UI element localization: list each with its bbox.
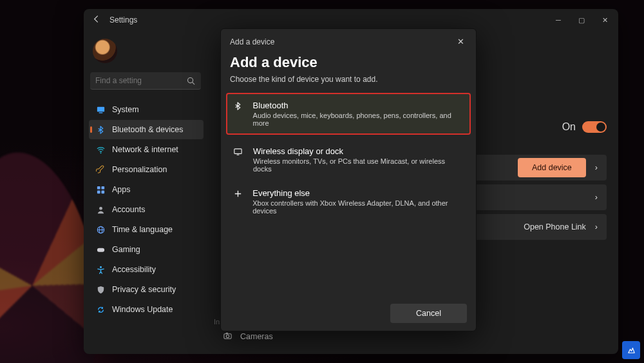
- option-title: Bluetooth: [253, 101, 464, 110]
- option-title: Everything else: [252, 188, 464, 198]
- add-device-dialog: Add a device ✕ Add a device Choose the k…: [220, 28, 477, 331]
- option-desc: Wireless monitors, TVs, or PCs that use …: [253, 157, 464, 173]
- dialog-title: Add a device: [221, 50, 476, 75]
- option-title: Wireless display or dock: [253, 146, 464, 156]
- plus-icon: [232, 188, 243, 199]
- bluetooth-icon: [232, 101, 244, 111]
- dialog-close-button[interactable]: ✕: [453, 35, 468, 48]
- dialog-header: Add a device ✕: [221, 29, 476, 50]
- recycle-bin-icon[interactable]: [622, 341, 640, 359]
- cancel-button[interactable]: Cancel: [390, 304, 467, 323]
- option-desc: Xbox controllers with Xbox Wireless Adap…: [252, 199, 464, 215]
- display-icon: [232, 146, 244, 157]
- device-option-wireless-display-or-dock[interactable]: Wireless display or dock Wireless monito…: [226, 139, 471, 181]
- dialog-breadcrumb: Add a device: [230, 37, 274, 46]
- dialog-options: Bluetooth Audio devices, mice, keyboards…: [221, 90, 476, 225]
- option-desc: Audio devices, mice, keyboards, phones, …: [253, 112, 464, 127]
- settings-window: Settings ─ ▢ ✕ System Bluetooth & device…: [84, 9, 618, 354]
- dialog-footer: Cancel: [221, 296, 476, 331]
- device-option-everything-else[interactable]: Everything else Xbox controllers with Xb…: [226, 181, 471, 222]
- dialog-subtitle: Choose the kind of device you want to ad…: [221, 75, 476, 90]
- svg-rect-16: [234, 149, 242, 154]
- device-option-bluetooth[interactable]: Bluetooth Audio devices, mice, keyboards…: [226, 93, 471, 135]
